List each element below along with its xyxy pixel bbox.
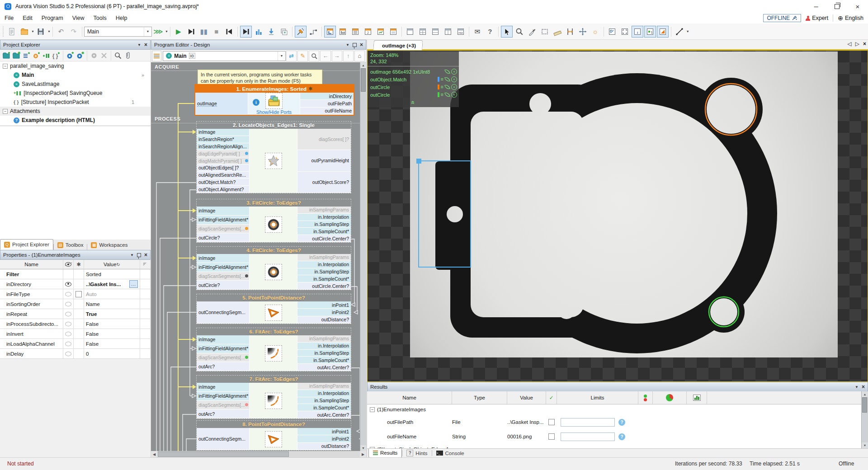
- tree-item-attachments[interactable]: −Attachments: [0, 107, 151, 116]
- block-title[interactable]: 3. FitCircle: ToEdges?: [197, 199, 351, 207]
- limit-input[interactable]: [561, 418, 615, 427]
- view-info-button[interactable]: i: [632, 26, 643, 38]
- preview-window-6-button[interactable]: [387, 26, 399, 38]
- layout-cols-button[interactable]: [442, 26, 454, 38]
- menu-view[interactable]: View: [68, 13, 89, 24]
- port-inSampleCount[interactable]: in.SampleCount*: [297, 228, 351, 235]
- port-outCircleCenter[interactable]: outCircle.Center?: [297, 235, 351, 242]
- gear-icon[interactable]: ✱: [308, 86, 312, 92]
- color-picker-tool-button[interactable]: [526, 26, 538, 38]
- visibility-toggle[interactable]: [63, 319, 74, 329]
- port-inFittingFieldAlignment[interactable]: inFittingFieldAlignment*: [197, 263, 249, 272]
- port-outConnectingSegm[interactable]: outConnectingSegm...: [197, 301, 249, 324]
- property-value[interactable]: False: [84, 329, 140, 338]
- port-inDirectory[interactable]: inDirectory: [300, 93, 354, 100]
- auto-checkbox[interactable]: [74, 289, 84, 299]
- connect-device-button[interactable]: [295, 26, 307, 38]
- port-outObjectScore[interactable]: outObject.Score?: [297, 172, 351, 193]
- property-row-filter[interactable]: FilterSorted: [0, 269, 151, 279]
- port-outArcCenter[interactable]: outArc.Center?: [297, 411, 351, 418]
- port-outDistance[interactable]: outDistance?: [297, 443, 351, 450]
- property-value[interactable]: False: [84, 339, 140, 348]
- close-button[interactable]: ×: [847, 0, 868, 13]
- ruler-tool-button[interactable]: [552, 26, 563, 38]
- view-close-icon[interactable]: ×: [863, 41, 866, 47]
- move-tool-button[interactable]: [577, 26, 589, 38]
- view-original-button[interactable]: [619, 26, 631, 38]
- menu-program[interactable]: Program: [37, 13, 68, 24]
- port-inSampleCount[interactable]: in.SampleCount*: [297, 275, 351, 282]
- block-title[interactable]: 7. FitArc: ToEdges?: [197, 376, 351, 383]
- port-inFittingFieldAlignment[interactable]: inFittingFieldAlignment*: [197, 392, 249, 401]
- column-visibility[interactable]: [63, 260, 74, 269]
- property-value[interactable]: True: [84, 309, 140, 319]
- pin-icon[interactable]: [353, 43, 357, 47]
- select-tool-button[interactable]: [501, 26, 513, 38]
- property-value[interactable]: Auto: [84, 289, 140, 299]
- result-group-2LocateSingleObjectEdges1[interactable]: −(2)LocateSingleObject_Edges1: [367, 444, 862, 448]
- save-button[interactable]: [35, 26, 47, 38]
- redo-button[interactable]: ↷: [68, 26, 80, 38]
- preview-window-1-button[interactable]: [324, 26, 336, 38]
- toggle-connections-button[interactable]: ⇄: [286, 51, 297, 61]
- editor-vertical-scrollbar[interactable]: ▲ ▼: [360, 62, 366, 451]
- port-inPoint1[interactable]: inPoint1: [297, 428, 351, 435]
- port-outObjectMatch[interactable]: outObject.Match?: [197, 179, 249, 186]
- visibility-toggle[interactable]: [63, 349, 74, 358]
- statistics-button[interactable]: [253, 26, 264, 38]
- create-macrofilter-button[interactable]: [65, 51, 75, 61]
- tab-out-image[interactable]: outImage (+3): [373, 40, 423, 50]
- tab-toolbox[interactable]: ▤Toolbox: [54, 240, 87, 250]
- port-diagMatchPyramid[interactable]: diagMatchPyramid[ ]: [197, 157, 249, 164]
- limit-input[interactable]: [561, 432, 615, 441]
- port-inSamplingStep[interactable]: in.SamplingStep: [297, 350, 351, 357]
- port-outCircleCenter[interactable]: outCircle.Center?: [297, 282, 351, 290]
- panel-menu-icon[interactable]: ▼: [130, 253, 134, 257]
- scroll-left-icon[interactable]: ◀: [151, 451, 157, 457]
- zoom-tool-button[interactable]: [514, 26, 525, 38]
- menu-file[interactable]: File: [0, 13, 18, 24]
- preview-window-3-button[interactable]: [349, 26, 361, 38]
- layer-menu-icon[interactable]: ≡: [441, 85, 443, 89]
- column-name[interactable]: Name: [0, 260, 63, 269]
- port-diagEdgePyramid[interactable]: diagEdgePyramid[ ]: [197, 150, 249, 157]
- block-title[interactable]: 2. LocateObjects_Edges1: Single: [197, 122, 351, 129]
- add-task-button[interactable]: [31, 51, 41, 61]
- result-group-1EnumerateImages[interactable]: −(1)EnumerateImages: [367, 404, 862, 415]
- tab-scroll-left-icon[interactable]: ◁: [848, 41, 852, 47]
- navigate-up-button[interactable]: ↑: [343, 51, 354, 61]
- pin-icon[interactable]: [137, 253, 141, 257]
- visibility-toggle[interactable]: [63, 309, 74, 319]
- panel-close-icon[interactable]: ×: [144, 252, 147, 258]
- property-value[interactable]: 0: [84, 349, 140, 358]
- property-value[interactable]: Sorted: [84, 269, 140, 279]
- column-pie-icon[interactable]: [653, 391, 687, 404]
- filter-block-5[interactable]: 5. PointToPointDistance?outConnectingSeg…: [196, 294, 351, 324]
- image-viewport[interactable]: Zoom: 148% 24, 332 outImage 656x492 1xUI…: [367, 50, 868, 382]
- chevron-down-icon[interactable]: ▼: [278, 52, 285, 61]
- property-value[interactable]: False: [84, 319, 140, 329]
- port-outArc[interactable]: outArc?: [197, 409, 249, 418]
- visibility-toggle[interactable]: [63, 339, 74, 348]
- scroll-thumb[interactable]: [862, 397, 867, 413]
- column-pass-icon[interactable]: ✓: [546, 391, 557, 404]
- add-structure-button[interactable]: { }: [51, 51, 61, 61]
- program-selector[interactable]: Main▼: [84, 27, 152, 37]
- editor-menu-button[interactable]: [152, 51, 161, 61]
- panel-menu-icon[interactable]: ▼: [855, 385, 859, 389]
- port-diagScanSegments[interactable]: diagScanSegments[...: [197, 401, 249, 410]
- help-icon[interactable]: ?: [618, 433, 625, 440]
- limit-checkbox[interactable]: [548, 419, 555, 425]
- property-row-inprocesssubdirecto[interactable]: inProcessSubdirecto...False: [0, 319, 151, 329]
- layer-remove-icon[interactable]: ×: [451, 69, 457, 75]
- port-diagScanSegments[interactable]: diagScanSegments[...: [197, 353, 249, 362]
- layout-single-button[interactable]: [404, 26, 416, 38]
- browse-button[interactable]: ...: [129, 280, 138, 288]
- port-outAlignedSearchRe[interactable]: outAlignedSearchRe...: [197, 172, 249, 179]
- port-inPoint2[interactable]: inPoint2: [297, 309, 351, 316]
- filter-icon-ruler[interactable]: [265, 431, 282, 447]
- port-inPoint1[interactable]: inPoint1: [297, 301, 351, 309]
- filter-icon-star[interactable]: [265, 153, 282, 169]
- new-file-button[interactable]: [6, 26, 18, 38]
- add-macrofilter-button[interactable]: [1, 51, 11, 61]
